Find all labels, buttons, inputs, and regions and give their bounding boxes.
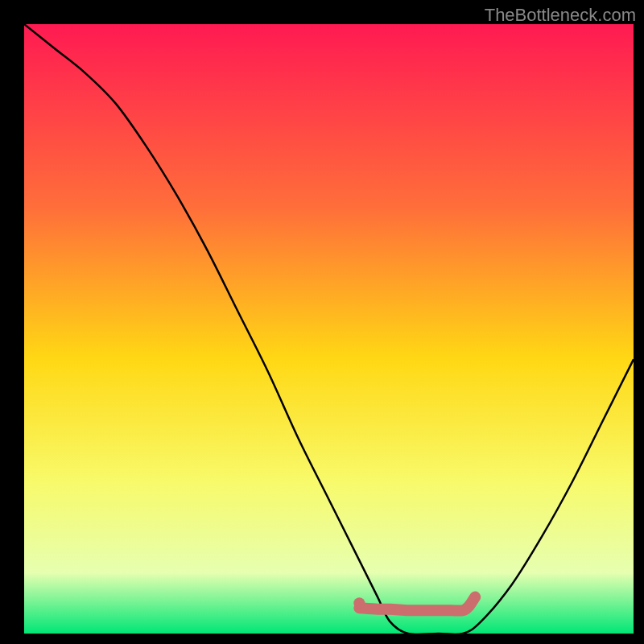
chart-svg <box>24 24 634 634</box>
plot-area <box>24 24 634 634</box>
watermark: TheBottleneck.com <box>485 5 636 26</box>
marker-dot <box>353 597 365 609</box>
chart-container: TheBottleneck.com <box>0 0 644 644</box>
gradient-background <box>24 24 634 634</box>
